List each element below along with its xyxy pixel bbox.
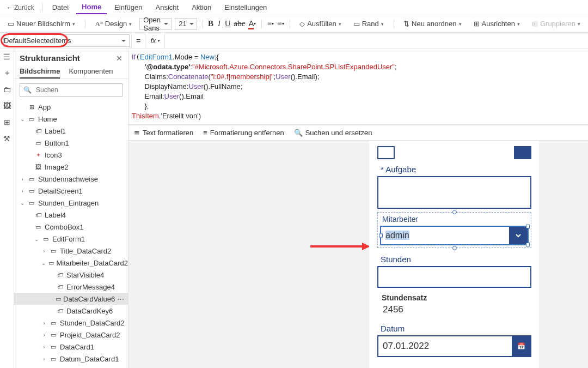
- advanced-icon[interactable]: ⚒: [3, 134, 11, 143]
- annotation-arrow: [310, 241, 370, 254]
- mini-button[interactable]: [514, 146, 531, 159]
- node-datacardkey6[interactable]: 🏷DataCardKey6: [14, 305, 128, 317]
- node-more-icon[interactable]: ⋯: [117, 295, 124, 303]
- align-icon[interactable]: ≡▾: [267, 18, 274, 30]
- node-mitarbeiter-dc[interactable]: ⌄▭Mitarbeiter_DataCard2: [14, 257, 128, 269]
- toolbar: ▭ Neuer Bildschirm ▾ Aᵃ Design ▾ Open Sa…: [0, 15, 588, 33]
- fontsize-select[interactable]: 21: [175, 18, 197, 30]
- tree-search[interactable]: 🔍: [20, 83, 122, 96]
- card-mitarbeiter[interactable]: Mitarbeiter admin: [377, 212, 531, 248]
- node-label1[interactable]: 🏷Label1: [14, 125, 128, 137]
- tree-title: Strukturansicht: [20, 53, 80, 63]
- node-datum-dc[interactable]: ›▭Datum_DataCard1: [14, 353, 128, 365]
- design-button[interactable]: Aᵃ Design ▾: [90, 18, 136, 30]
- back-button[interactable]: ← Zurück: [3, 3, 38, 13]
- menu-datei[interactable]: Datei: [47, 1, 74, 14]
- input-stunden[interactable]: [377, 266, 531, 288]
- label-datum: Datum: [377, 322, 531, 335]
- variables-icon[interactable]: ⊞: [3, 118, 11, 126]
- group-button: ⊞ Gruppieren ▾: [528, 18, 585, 29]
- menu-bar: ← Zurück Datei Home Einfügen Ansicht Akt…: [0, 0, 588, 15]
- node-button1[interactable]: ▭Button1: [14, 137, 128, 149]
- label-aufgabe: Aufgabe: [377, 162, 531, 176]
- menu-home[interactable]: Home: [76, 1, 107, 14]
- preview-canvas[interactable]: Karte : Mitarbeiter Aufgabe Mitarbeiter: [128, 141, 588, 368]
- close-panel-icon[interactable]: ✕: [116, 54, 122, 63]
- mini-field[interactable]: [377, 146, 395, 159]
- tab-components[interactable]: Komponenten: [69, 65, 113, 79]
- search-icon: 🔍: [23, 86, 32, 94]
- node-home[interactable]: ⌄▭Home: [14, 113, 128, 125]
- node-icon3[interactable]: ✦Icon3: [14, 149, 128, 161]
- valign-icon[interactable]: ≡▾: [277, 18, 284, 30]
- align2-button[interactable]: ⊞ Ausrichten ▾: [469, 18, 524, 29]
- label-stunden: Stunden: [377, 252, 531, 266]
- italic-icon[interactable]: I: [217, 18, 222, 30]
- equals-icon: =: [131, 33, 145, 49]
- find-icon: 🔍: [294, 129, 303, 137]
- tab-screens[interactable]: Bildschirme: [20, 65, 60, 79]
- format-icon: ≣: [134, 129, 140, 137]
- media-icon[interactable]: 🖼: [3, 101, 11, 110]
- left-rail: ☰ ＋ 🗀 🖼 ⊞ ⚒: [0, 49, 14, 368]
- unformat-icon: ≡: [203, 129, 207, 137]
- border-button[interactable]: ▭ Rand ▾: [349, 18, 388, 29]
- node-combobox1[interactable]: ▭ComboBox1: [14, 221, 128, 233]
- node-image2[interactable]: 🖼Image2: [14, 161, 128, 173]
- tree-icon[interactable]: ☰: [3, 52, 11, 61]
- combo-mitarbeiter[interactable]: admin: [380, 226, 529, 245]
- font-select[interactable]: Open Sans: [139, 18, 171, 30]
- remove-format-button[interactable]: ≡Formatierung entfernen: [203, 129, 284, 137]
- node-detailscreen[interactable]: ›▭DetailScreen1: [14, 185, 128, 197]
- reorder-button[interactable]: ⇅ Neu anordnen ▾: [399, 18, 465, 29]
- formula-editor[interactable]: If(EditForm1.Mode = New;{ '@odata.type':…: [128, 49, 588, 125]
- canvas-area: If(EditForm1.Mode = New;{ '@odata.type':…: [128, 49, 588, 368]
- fontcolor-icon[interactable]: A▾: [248, 18, 256, 30]
- menu-aktion[interactable]: Aktion: [186, 1, 217, 14]
- tree: ⊞App ⌄▭Home 🏷Label1 ▭Button1 ✦Icon3 🖼Ima…: [14, 101, 128, 368]
- tree-panel: Strukturansicht ✕ Bildschirme Komponente…: [14, 49, 128, 368]
- code-toolbar: ≣Text formatieren ≡Formatierung entferne…: [128, 125, 588, 141]
- format-text-button[interactable]: ≣Text formatieren: [134, 129, 193, 137]
- form-preview: Aufgabe Mitarbeiter admin Stunden: [369, 141, 539, 368]
- input-aufgabe[interactable]: [377, 176, 531, 209]
- node-datacard1[interactable]: ›▭DataCard1: [14, 341, 128, 353]
- value-stundensatz: 2456: [377, 304, 531, 318]
- node-stunden-dc[interactable]: ›▭Stunden_DataCard2: [14, 317, 128, 329]
- node-stundennachweise[interactable]: ›▭Stundennachweise: [14, 173, 128, 185]
- strike-icon[interactable]: abc: [234, 18, 246, 30]
- node-stunden-eintragen[interactable]: ⌄▭Stunden_Eintragen: [14, 197, 128, 209]
- menu-einstellungen[interactable]: Einstellungen: [219, 1, 272, 14]
- fill-button[interactable]: ◇ Ausfüllen ▾: [295, 18, 345, 29]
- node-projekt-dc[interactable]: ›▭Projekt_DataCard2: [14, 329, 128, 341]
- data-icon[interactable]: 🗀: [3, 85, 11, 94]
- new-screen-button[interactable]: ▭ Neuer Bildschirm ▾: [3, 18, 79, 29]
- underline-icon[interactable]: U: [225, 18, 231, 30]
- chevron-down-icon[interactable]: [509, 227, 528, 244]
- node-errormessage4[interactable]: 🏷ErrorMessage4: [14, 281, 128, 293]
- menu-einfuegen[interactable]: Einfügen: [109, 1, 148, 14]
- calendar-icon[interactable]: 📅: [512, 336, 530, 356]
- property-selector[interactable]: DefaultSelectedItems: [3, 34, 130, 47]
- label-mitarbeiter: Mitarbeiter: [380, 215, 529, 226]
- node-editform1[interactable]: ⌄▭EditForm1: [14, 233, 128, 245]
- input-datum[interactable]: 07.01.2022 📅: [377, 335, 531, 357]
- insert-icon[interactable]: ＋: [3, 69, 11, 77]
- node-label4[interactable]: 🏷Label4: [14, 209, 128, 221]
- formula-bar: DefaultSelectedItems = fx▾: [0, 33, 588, 49]
- fx-button[interactable]: fx▾: [145, 33, 165, 49]
- node-starvisible4[interactable]: 🏷StarVisible4: [14, 269, 128, 281]
- search-input[interactable]: [35, 86, 119, 94]
- find-replace-button[interactable]: 🔍Suchen und ersetzen: [294, 129, 372, 137]
- menu-ansicht[interactable]: Ansicht: [150, 1, 185, 14]
- label-stundensatz: Stundensatz: [377, 291, 531, 304]
- node-datacardvalue6[interactable]: ▭DataCardValue6⋯: [14, 293, 128, 305]
- node-app[interactable]: ⊞App: [14, 101, 128, 113]
- bold-icon[interactable]: B: [208, 18, 213, 30]
- node-title-dc[interactable]: ›▭Title_DataCard2: [14, 245, 128, 257]
